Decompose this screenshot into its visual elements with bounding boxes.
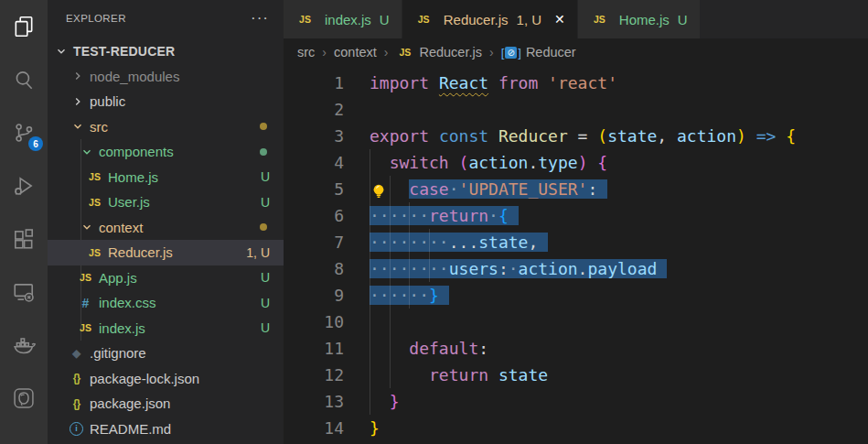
sidebar-item-index-js[interactable]: JSindex.jsU xyxy=(48,316,284,341)
sidebar-item-public[interactable]: public xyxy=(48,89,284,114)
modified-children-dot xyxy=(260,148,267,156)
vscode-window: 6 xyxy=(0,0,868,444)
sidebar-item-user-js[interactable]: JSUser.jsU xyxy=(48,190,284,215)
tab-reducer-js[interactable]: JSReducer.js1, U✕ xyxy=(402,0,578,38)
line-number: 12 xyxy=(284,362,344,388)
git-status-badge: U xyxy=(261,169,270,184)
breadcrumb-item-src[interactable]: src xyxy=(297,45,315,60)
js-file-icon: JS xyxy=(590,14,609,25)
info-file-icon: i xyxy=(67,421,86,436)
remote-explorer-icon[interactable] xyxy=(0,265,48,319)
sidebar-item-components[interactable]: components xyxy=(48,139,284,165)
docker-icon[interactable] xyxy=(0,319,48,372)
line-number: 11 xyxy=(284,335,344,362)
file-label: Reducer.js xyxy=(108,244,173,260)
sidebar-item-reducer-js[interactable]: JSReducer.js1, U xyxy=(48,240,284,265)
tab-home-js[interactable]: JSHome.jsU xyxy=(578,0,701,38)
code-line[interactable]: ········...state, xyxy=(370,229,868,255)
breadcrumb-label: context xyxy=(334,45,377,60)
code-line[interactable] xyxy=(370,309,868,335)
breadcrumb-item-context[interactable]: context xyxy=(334,45,377,60)
git-status-badge: 1, U xyxy=(246,245,270,260)
postgresql-icon[interactable] xyxy=(0,372,48,425)
file-label: User.js xyxy=(108,194,150,210)
git-status-badge: U xyxy=(261,296,270,310)
run-and-debug-icon[interactable] xyxy=(0,159,48,212)
chevron-right-icon xyxy=(70,70,86,82)
code-line[interactable]: export const Reducer = (state, action) =… xyxy=(370,123,868,149)
file-label: public xyxy=(90,93,125,109)
line-number: 4 xyxy=(284,149,344,176)
source-control-icon[interactable]: 6 xyxy=(0,106,48,159)
breadcrumb-item-reducer-js[interactable]: JSReducer.js xyxy=(395,45,482,60)
file-label: Home.js xyxy=(108,169,158,185)
line-number: 8 xyxy=(284,255,344,282)
line-number: 13 xyxy=(284,388,344,415)
file-tree: TEST-REDUCERnode_modulespublicsrccompone… xyxy=(48,38,284,441)
line-number: 14 xyxy=(284,415,344,441)
code-line[interactable]: import React from 'react' xyxy=(370,70,868,96)
file-label: App.js xyxy=(99,270,137,286)
line-number: 2 xyxy=(284,96,344,123)
modified-children-dot xyxy=(260,123,267,130)
file-label: package.json xyxy=(90,395,170,411)
line-number: 6 xyxy=(284,202,344,229)
js-file-icon: JS xyxy=(85,247,104,258)
code-editor[interactable]: 123456789101112131415 import React from … xyxy=(284,66,868,444)
line-number: 10 xyxy=(284,309,344,335)
code-line[interactable]: ······} xyxy=(370,282,868,309)
source-control-badge: 6 xyxy=(28,136,43,151)
code-line[interactable]: ········users:·action.payload xyxy=(370,255,868,282)
breadcrumb-label: Reducer.js xyxy=(419,45,482,60)
tab-label: Reducer.js xyxy=(444,12,509,27)
explorer-icon[interactable] xyxy=(0,0,48,53)
code-content[interactable]: import React from 'react'export const Re… xyxy=(370,70,868,444)
sidebar-item-package-json[interactable]: {}package.json xyxy=(48,391,284,417)
sidebar-item-src[interactable]: src xyxy=(48,114,284,140)
close-icon[interactable]: ✕ xyxy=(554,12,565,27)
extensions-icon[interactable] xyxy=(0,212,48,265)
file-label: components xyxy=(99,144,174,159)
line-number: 5 xyxy=(284,176,344,202)
code-line[interactable] xyxy=(370,96,868,123)
indent-guide xyxy=(390,176,391,388)
code-line[interactable]: case·'UPDATE_USER': xyxy=(370,176,868,202)
sidebar-item-context[interactable]: context xyxy=(48,215,284,241)
sidebar-item-package-lock-json[interactable]: {}package-lock.json xyxy=(48,366,284,392)
code-line[interactable]: } xyxy=(370,415,868,441)
breadcrumb-item-reducer[interactable]: [⊘]Reducer xyxy=(501,45,576,60)
breadcrumb-label: Reducer xyxy=(526,45,576,60)
line-number: 7 xyxy=(284,229,344,255)
line-number: 3 xyxy=(284,123,344,149)
line-number-gutter: 123456789101112131415 xyxy=(284,70,344,444)
css-file-icon: # xyxy=(76,296,95,310)
file-label: TEST-REDUCER xyxy=(73,44,175,59)
code-line[interactable]: } xyxy=(370,388,868,415)
quick-fix-lightbulb-icon[interactable] xyxy=(370,180,387,207)
code-line[interactable]: ······return·{ xyxy=(370,202,868,229)
js-file-icon: JS xyxy=(414,14,434,25)
sidebar-item-readme-md[interactable]: iREADME.md xyxy=(48,417,284,442)
code-line[interactable]: switch (action.type) { xyxy=(370,149,868,176)
sidebar-item-node-modules[interactable]: node_modules xyxy=(48,64,284,90)
search-icon[interactable] xyxy=(0,53,48,106)
code-line[interactable]: return state xyxy=(370,362,868,388)
symbol-icon: [⊘] xyxy=(501,46,521,60)
indent-guide xyxy=(409,202,410,309)
chevron-down-icon xyxy=(70,120,86,133)
file-label: index.css xyxy=(99,295,156,310)
sidebar-item-index-css[interactable]: #index.cssU xyxy=(48,290,284,316)
tab-index-js[interactable]: JSindex.jsU xyxy=(284,0,402,38)
js-file-icon: JS xyxy=(395,47,414,58)
js-file-icon: JS xyxy=(85,197,104,208)
breadcrumb: src›context›JSReducer.js›[⊘]Reducer xyxy=(284,38,868,66)
sidebar-item-home-js[interactable]: JSHome.jsU xyxy=(48,165,284,190)
js-file-icon: JS xyxy=(85,171,104,182)
sidebar-item-gitignore[interactable]: ◆.gitignore xyxy=(48,341,284,366)
explorer-more-actions-icon[interactable]: ··· xyxy=(251,14,269,23)
json-file-icon: {} xyxy=(67,397,86,410)
git-status-badge: U xyxy=(261,320,270,335)
code-line[interactable]: default: xyxy=(370,335,868,362)
sidebar-item-app-js[interactable]: JSApp.jsU xyxy=(48,265,284,291)
sidebar-item-test-reducer[interactable]: TEST-REDUCER xyxy=(48,38,284,64)
